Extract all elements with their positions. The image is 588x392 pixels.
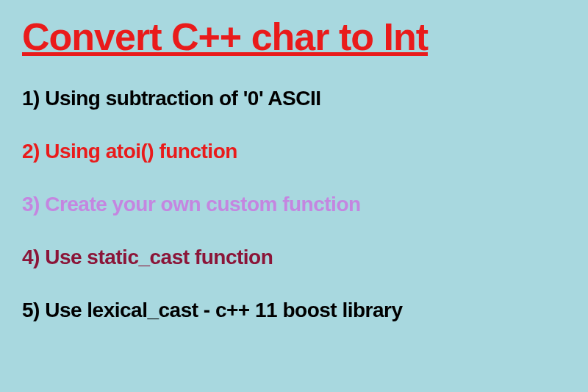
list-item: 3) Create your own custom function (22, 193, 566, 216)
list-item: 2) Using atoi() function (22, 140, 566, 163)
list-item: 1) Using subtraction of '0' ASCII (22, 87, 566, 110)
list-item: 4) Use static_cast function (22, 246, 566, 269)
page-title: Convert C++ char to Int (22, 15, 566, 59)
list-item: 5) Use lexical_cast - c++ 11 boost libra… (22, 299, 566, 322)
